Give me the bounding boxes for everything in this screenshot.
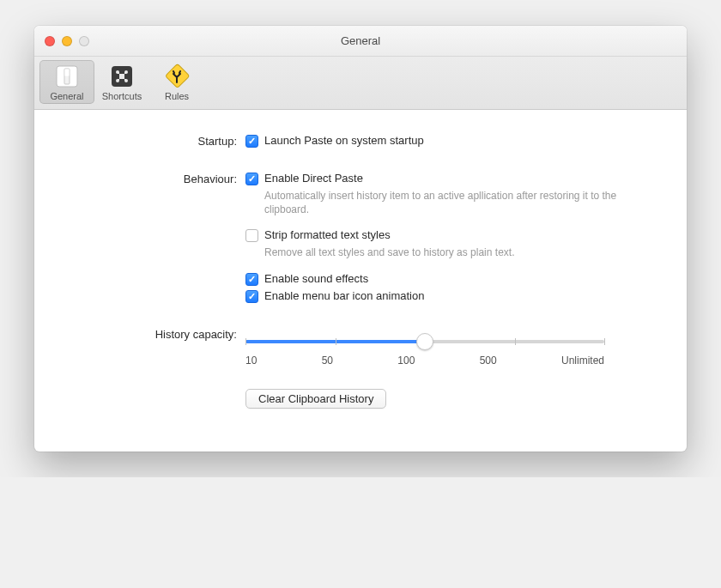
startup-label: Startup:: [82, 134, 245, 151]
slider-tick: [245, 338, 246, 345]
tick-label: 500: [480, 355, 497, 367]
preferences-window: General General Shortcuts Rules Startup:: [34, 26, 687, 452]
tick-label: 10: [245, 355, 257, 367]
checkbox-icon: [245, 173, 258, 185]
history-capacity-label: History capacity:: [82, 327, 245, 409]
enable-direct-paste-checkbox[interactable]: Enable Direct Paste: [245, 172, 639, 185]
slider-tick: [336, 338, 336, 345]
tab-label: General: [50, 91, 83, 101]
checkbox-icon: [245, 135, 258, 148]
command-icon: [109, 64, 135, 89]
checkbox-label: Launch Paste on system startup: [264, 134, 424, 147]
tab-label: Shortcuts: [102, 91, 142, 101]
clear-history-button[interactable]: Clear Clipboard History: [245, 389, 386, 409]
switch-icon: [54, 64, 80, 89]
direct-paste-description: Automatically insert history item to an …: [264, 189, 639, 216]
svg-rect-2: [65, 70, 70, 76]
content: Startup: Launch Paste on system startup …: [34, 110, 687, 452]
road-sign-icon: [164, 64, 190, 89]
sound-effects-checkbox[interactable]: Enable sound effects: [245, 272, 639, 286]
slider-tick: [604, 338, 605, 345]
tick-label: Unlimited: [561, 355, 604, 367]
maximize-icon[interactable]: [79, 36, 89, 46]
slider-tick: [515, 338, 516, 345]
checkbox-label: Enable Direct Paste: [264, 172, 363, 185]
tick-label: 100: [397, 355, 415, 367]
minimize-icon[interactable]: [62, 36, 72, 46]
slider-knob[interactable]: [416, 333, 433, 350]
window-controls: [45, 36, 89, 46]
slider-labels: 10 50 100 500 Unlimited: [245, 355, 604, 367]
tick-label: 50: [322, 355, 333, 367]
checkbox-icon: [245, 290, 258, 303]
checkbox-label: Strip formatted text styles: [264, 228, 391, 241]
tab-shortcuts[interactable]: Shortcuts: [94, 60, 149, 104]
launch-on-startup-checkbox[interactable]: Launch Paste on system startup: [245, 134, 639, 148]
close-icon[interactable]: [45, 36, 55, 46]
history-capacity-slider[interactable]: [245, 332, 604, 353]
strip-styles-description: Remove all text styles and save to histo…: [264, 246, 639, 259]
checkbox-icon: [245, 229, 258, 242]
toolbar: General Shortcuts Rules: [34, 57, 687, 110]
tab-rules[interactable]: Rules: [149, 60, 204, 104]
behaviour-label: Behaviour:: [82, 172, 245, 306]
strip-styles-checkbox[interactable]: Strip formatted text styles: [245, 228, 639, 242]
tab-general[interactable]: General: [39, 60, 94, 104]
checkbox-label: Enable sound effects: [264, 272, 368, 285]
checkbox-label: Enable menu bar icon animation: [264, 289, 424, 302]
checkbox-icon: [245, 273, 258, 286]
titlebar[interactable]: General: [34, 26, 687, 57]
window-title: General: [341, 34, 380, 47]
tab-label: Rules: [165, 91, 189, 101]
menu-animation-checkbox[interactable]: Enable menu bar icon animation: [245, 289, 639, 303]
